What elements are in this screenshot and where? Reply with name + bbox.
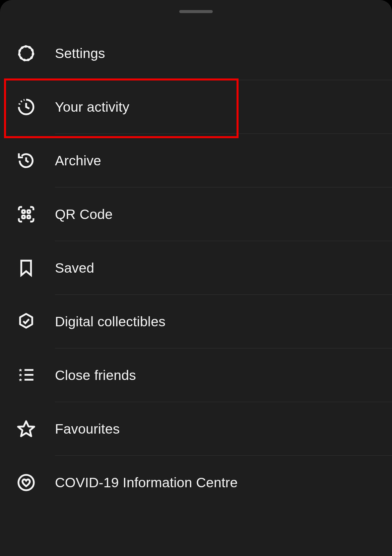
menu-item-settings[interactable]: Settings	[0, 26, 392, 80]
menu-item-saved[interactable]: Saved	[0, 241, 392, 295]
menu-label: Your activity	[55, 99, 129, 115]
menu-label: QR Code	[55, 207, 113, 222]
menu-item-your-activity[interactable]: Your activity	[0, 80, 392, 134]
menu-label: Archive	[55, 153, 101, 169]
svg-rect-5	[22, 216, 25, 218]
svg-rect-3	[22, 210, 25, 213]
menu-label: Saved	[55, 260, 94, 276]
hex-check-icon	[15, 311, 37, 332]
drag-handle[interactable]	[179, 10, 213, 13]
star-list-icon	[15, 365, 37, 386]
gear-icon	[15, 43, 37, 64]
menu-item-digital-collectibles[interactable]: Digital collectibles	[0, 295, 392, 348]
menu-item-favourites[interactable]: Favourites	[0, 402, 392, 456]
svg-marker-7	[19, 369, 22, 371]
menu-label: COVID-19 Information Centre	[55, 475, 238, 491]
menu-item-covid[interactable]: COVID-19 Information Centre	[0, 456, 392, 509]
svg-point-1	[23, 50, 29, 56]
svg-marker-9	[19, 374, 22, 376]
svg-point-14	[18, 475, 34, 490]
menu-label: Favourites	[55, 421, 120, 437]
activity-clock-icon	[15, 96, 37, 118]
menu-item-close-friends[interactable]: Close friends	[0, 348, 392, 402]
menu-label: Digital collectibles	[55, 314, 166, 330]
svg-marker-11	[19, 378, 22, 381]
menu-label: Settings	[55, 46, 105, 61]
archive-clock-icon	[15, 150, 37, 171]
svg-marker-13	[18, 421, 34, 436]
bookmark-icon	[15, 257, 37, 279]
heart-circle-icon	[15, 472, 37, 493]
menu-item-qr-code[interactable]: QR Code	[0, 187, 392, 241]
menu-label: Close friends	[55, 368, 136, 383]
qr-code-icon	[15, 204, 37, 225]
menu-item-archive[interactable]: Archive	[0, 134, 392, 187]
menu-list: Settings Your activity Archive QR Code	[0, 26, 392, 509]
settings-sheet: Settings Your activity Archive QR Code	[0, 0, 392, 556]
star-icon	[15, 418, 37, 440]
svg-rect-6	[27, 216, 30, 218]
svg-rect-4	[27, 210, 30, 213]
